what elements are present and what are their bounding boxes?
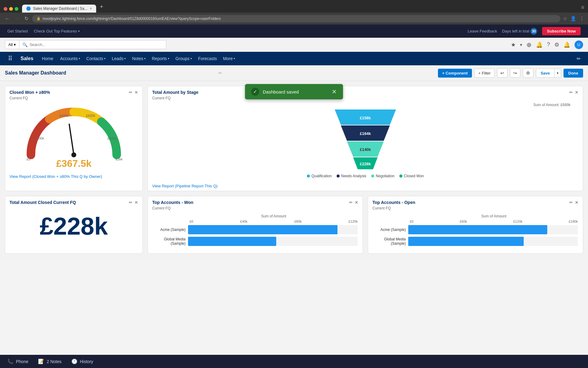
toast-message: Dashboard saved [263,89,299,94]
won-sum-label: Sum of Amount [261,214,286,218]
undo-btn[interactable]: ↩ [497,68,507,78]
top-open-close-btn[interactable]: ✕ [575,200,579,205]
tab-close-btn[interactable]: × [90,6,92,11]
top-features-link[interactable]: Check Out Top Features ▾ [34,29,80,33]
nav-item-notes[interactable]: Notes ▾ [129,52,149,65]
svg-text:£800k: £800k [107,136,117,140]
funnel-close-btn[interactable]: ✕ [575,90,579,95]
browser-tab-active[interactable]: Sales Manager Dashboard | Sa... × [22,5,96,13]
back-btn[interactable]: ← [4,15,11,23]
add-icon[interactable]: ⊕ [526,41,532,48]
gauge-value: £367.5k [56,158,92,169]
top-open-title: Top Accounts - Open [372,200,415,205]
top-won-close-btn[interactable]: ✕ [355,200,358,205]
close-window-btn[interactable] [4,7,7,11]
top-won-subtitle: Current FQ [148,206,363,213]
open-bar-row-1: Acme (Sample) [373,225,578,234]
notes-chevron-icon: ▾ [144,57,146,60]
search-input[interactable] [29,40,163,49]
help-icon[interactable]: ? [547,41,550,48]
lock-icon: 🔒 [36,17,41,21]
sf-searchbar: All ▾ 🔍 ★ ▾ ⊕ 🔔 ? ⚙ 🔔 U [0,38,588,52]
svg-text:£1kk: £1kk [115,157,123,161]
scope-chevron-icon: ▾ [14,42,16,47]
reports-chevron-icon: ▾ [168,57,169,60]
top-open-edit-btn[interactable]: ✏ [569,200,573,205]
svg-text:£164k: £164k [360,131,371,136]
bookmark-icon[interactable]: ☆ [563,16,567,21]
redo-btn[interactable]: ↪ [510,68,520,78]
nav-item-more[interactable]: More ▾ [220,52,238,65]
app-launcher-btn[interactable]: ⠿ [5,52,16,65]
nav-item-groups[interactable]: Groups ▾ [172,52,195,65]
gauge-card-subtitle: Current FQ [5,96,142,103]
dashboard-title: Sales Manager Dashboard [5,70,216,76]
negotiation-dot [371,174,374,178]
svg-point-1 [71,152,76,157]
address-bar[interactable]: 🔒 moodjoyinc.lightning.force.com/lightni… [32,15,560,22]
gauge-edit-btn[interactable]: ✏ [129,90,133,95]
trial-info: Days left in trial 30 [502,28,537,35]
svg-text:£140k: £140k [360,147,371,152]
avatar[interactable]: U [575,40,583,49]
svg-line-0 [69,124,74,155]
sf-banner: Get Started Check Out Top Features ▾ Lea… [0,25,588,38]
nav-item-contacts[interactable]: Contacts ▾ [83,52,109,65]
star-icon[interactable]: ★ [511,41,516,48]
leave-feedback-link[interactable]: Leave Feedback [468,29,497,33]
save-btn[interactable]: Save [536,69,554,78]
funnel-svg: £158k £164k £140k £228k [329,109,402,171]
funnel-report-link[interactable]: View Report (Pipeline Report This Q) [148,181,583,191]
groups-chevron-icon: ▾ [190,57,192,60]
dashboard-settings-btn[interactable]: ⚙ [523,68,533,78]
won-bar-row-2: Global Media (Sample) [153,237,358,246]
top-won-title: Top Accounts - Won [152,200,193,205]
funnel-edit-btn[interactable]: ✏ [569,90,573,95]
browser-settings-icon[interactable]: ⋮ [579,16,584,21]
title-edit-btn[interactable]: ✏ [218,71,222,75]
add-component-btn[interactable]: + Component [438,69,472,78]
refresh-btn[interactable]: ↻ [23,14,30,23]
total-closed-card: Total Amount Closed Current FQ ✏ ✕ £228k [5,196,143,254]
get-started-link[interactable]: Get Started [7,29,28,33]
top-features-chevron: ▾ [78,29,80,33]
total-closed-close-btn[interactable]: ✕ [134,200,138,205]
settings-icon[interactable]: ⚙ [554,41,559,48]
done-btn[interactable]: Done [564,69,583,78]
nav-item-forecasts[interactable]: Forecasts [195,52,220,65]
nav-item-reports[interactable]: Reports ▾ [149,52,172,65]
tab-title: Sales Manager Dashboard | Sa... [33,6,87,11]
nav-item-home[interactable]: Home [38,52,57,65]
search-scope-selector[interactable]: All ▾ [5,40,19,49]
minimize-window-btn[interactable] [9,7,13,11]
add-filter-btn[interactable]: + Filter [474,69,495,78]
profile-icon[interactable]: 👤 [570,16,576,21]
nav-item-accounts[interactable]: Accounts ▾ [57,52,83,65]
bell-icon[interactable]: 🔔 [536,41,543,48]
star-settings-icon[interactable]: ▾ [520,42,522,47]
total-closed-edit-btn[interactable]: ✏ [129,200,133,205]
gauge-card-title: Closed Won + ≥80% [9,90,50,95]
save-dropdown-btn[interactable]: ▾ [554,69,561,78]
subscribe-now-btn[interactable]: Subscribe Now [542,27,581,35]
forward-btn[interactable]: → [13,15,21,23]
legend-closed-won: Closed Won [399,174,424,178]
needs-analysis-dot [337,174,340,178]
gauge-close-btn[interactable]: ✕ [134,90,138,95]
funnel-card: Total Amount by Stage ✏ ✕ Current FQ Sum… [148,86,583,191]
search-input-wrap[interactable]: 🔍 [19,40,166,49]
app-name: Sales [16,52,38,65]
toast-close-btn[interactable]: ✕ [332,89,337,95]
dashboard-row-1: Closed Won + ≥80% ✏ ✕ Current FQ [5,86,583,191]
svg-text:£600k: £600k [86,114,95,117]
svg-text:£0: £0 [27,157,30,161]
won-bar-row-1: Acme (Sample) [153,225,358,234]
notification-bell-icon[interactable]: 🔔 [564,41,570,48]
top-won-edit-btn[interactable]: ✏ [349,200,353,205]
nav-item-leads[interactable]: Leads ▾ [109,52,129,65]
browser-menu-btn[interactable]: ≡ [581,4,584,13]
new-tab-btn[interactable]: + [97,2,106,13]
gauge-report-link[interactable]: View Report (Closed Won + ≥80% This Q by… [5,172,142,181]
maximize-window-btn[interactable] [15,7,18,11]
nav-edit-btn[interactable]: ✏ [574,53,583,64]
